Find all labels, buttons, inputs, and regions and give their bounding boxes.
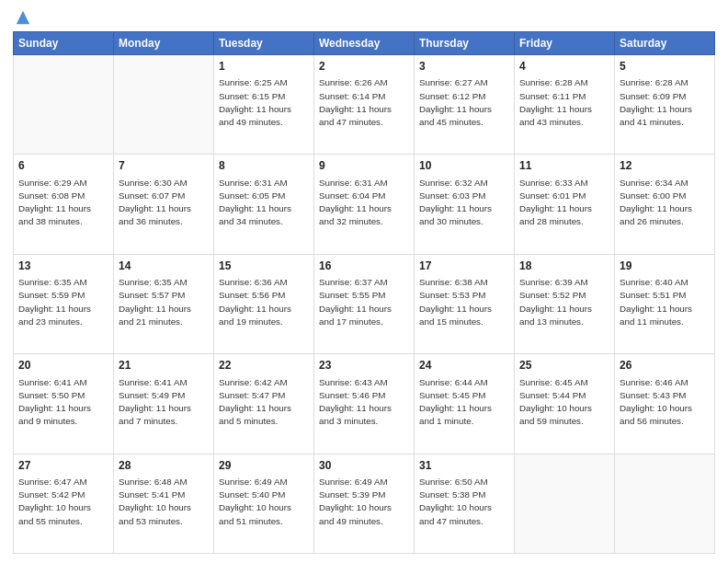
calendar-cell xyxy=(615,454,715,553)
day-number: 13 xyxy=(18,259,108,274)
calendar-cell: 16Sunrise: 6:37 AM Sunset: 5:55 PM Dayli… xyxy=(314,254,415,353)
day-info: Sunrise: 6:40 AM Sunset: 5:51 PM Dayligh… xyxy=(620,276,710,328)
day-info: Sunrise: 6:49 AM Sunset: 5:40 PM Dayligh… xyxy=(219,476,309,528)
calendar-week-2: 6Sunrise: 6:29 AM Sunset: 6:08 PM Daylig… xyxy=(14,155,715,254)
header-row: Sunday Monday Tuesday Wednesday Thursday… xyxy=(14,32,715,55)
calendar-cell: 5Sunrise: 6:28 AM Sunset: 6:09 PM Daylig… xyxy=(615,55,715,155)
day-number: 10 xyxy=(419,158,509,174)
calendar-cell: 21Sunrise: 6:41 AM Sunset: 5:49 PM Dayli… xyxy=(114,354,214,454)
day-info: Sunrise: 6:31 AM Sunset: 6:04 PM Dayligh… xyxy=(319,177,409,229)
calendar-cell: 27Sunrise: 6:47 AM Sunset: 5:42 PM Dayli… xyxy=(14,454,114,553)
day-number: 19 xyxy=(620,259,710,274)
col-wednesday: Wednesday xyxy=(314,32,415,55)
calendar-cell: 9Sunrise: 6:31 AM Sunset: 6:04 PM Daylig… xyxy=(314,155,415,254)
col-monday: Monday xyxy=(114,32,214,55)
calendar-cell: 14Sunrise: 6:35 AM Sunset: 5:57 PM Dayli… xyxy=(114,254,214,353)
day-number: 17 xyxy=(419,259,509,274)
calendar-cell: 24Sunrise: 6:44 AM Sunset: 5:45 PM Dayli… xyxy=(415,354,515,454)
day-info: Sunrise: 6:29 AM Sunset: 6:08 PM Dayligh… xyxy=(18,177,108,229)
day-info: Sunrise: 6:36 AM Sunset: 5:56 PM Dayligh… xyxy=(219,276,309,328)
day-number: 2 xyxy=(319,59,409,75)
calendar-cell: 18Sunrise: 6:39 AM Sunset: 5:52 PM Dayli… xyxy=(515,254,615,353)
calendar-cell: 7Sunrise: 6:30 AM Sunset: 6:07 PM Daylig… xyxy=(114,155,214,254)
calendar-cell: 30Sunrise: 6:49 AM Sunset: 5:39 PM Dayli… xyxy=(314,454,415,553)
calendar-week-3: 13Sunrise: 6:35 AM Sunset: 5:59 PM Dayli… xyxy=(14,254,715,353)
day-number: 25 xyxy=(519,358,609,373)
calendar-week-1: 1Sunrise: 6:25 AM Sunset: 6:15 PM Daylig… xyxy=(14,55,715,155)
logo-text xyxy=(13,9,31,26)
day-info: Sunrise: 6:43 AM Sunset: 5:46 PM Dayligh… xyxy=(319,376,409,429)
page: Sunday Monday Tuesday Wednesday Thursday… xyxy=(0,0,728,563)
day-info: Sunrise: 6:49 AM Sunset: 5:39 PM Dayligh… xyxy=(319,476,409,528)
calendar-cell: 28Sunrise: 6:48 AM Sunset: 5:41 PM Dayli… xyxy=(114,454,214,553)
logo xyxy=(13,9,31,26)
calendar-cell: 20Sunrise: 6:41 AM Sunset: 5:50 PM Dayli… xyxy=(14,354,114,454)
calendar-cell: 4Sunrise: 6:28 AM Sunset: 6:11 PM Daylig… xyxy=(515,55,615,155)
calendar-cell: 22Sunrise: 6:42 AM Sunset: 5:47 PM Dayli… xyxy=(214,354,314,454)
day-number: 24 xyxy=(419,358,509,373)
calendar-cell: 12Sunrise: 6:34 AM Sunset: 6:00 PM Dayli… xyxy=(615,155,715,254)
col-friday: Friday xyxy=(515,32,615,55)
day-info: Sunrise: 6:30 AM Sunset: 6:07 PM Dayligh… xyxy=(119,177,209,229)
day-number: 15 xyxy=(219,259,309,274)
day-number: 29 xyxy=(219,458,309,474)
day-info: Sunrise: 6:50 AM Sunset: 5:38 PM Dayligh… xyxy=(419,476,509,528)
header xyxy=(13,9,715,26)
day-info: Sunrise: 6:42 AM Sunset: 5:47 PM Dayligh… xyxy=(219,376,309,429)
day-number: 16 xyxy=(319,259,409,274)
day-info: Sunrise: 6:38 AM Sunset: 5:53 PM Dayligh… xyxy=(419,276,509,328)
day-number: 7 xyxy=(119,158,209,174)
svg-marker-0 xyxy=(17,11,29,24)
calendar-cell: 15Sunrise: 6:36 AM Sunset: 5:56 PM Dayli… xyxy=(214,254,314,353)
day-info: Sunrise: 6:28 AM Sunset: 6:09 PM Dayligh… xyxy=(620,76,710,129)
calendar-cell xyxy=(515,454,615,553)
day-number: 8 xyxy=(219,158,309,174)
day-number: 31 xyxy=(419,458,509,474)
day-number: 12 xyxy=(620,158,710,174)
calendar-week-5: 27Sunrise: 6:47 AM Sunset: 5:42 PM Dayli… xyxy=(14,454,715,553)
day-number: 20 xyxy=(18,358,108,373)
day-number: 9 xyxy=(319,158,409,174)
day-info: Sunrise: 6:48 AM Sunset: 5:41 PM Dayligh… xyxy=(119,476,209,528)
calendar-table: Sunday Monday Tuesday Wednesday Thursday… xyxy=(13,31,715,554)
day-number: 23 xyxy=(319,358,409,373)
day-info: Sunrise: 6:31 AM Sunset: 6:05 PM Dayligh… xyxy=(219,177,309,229)
day-number: 30 xyxy=(319,458,409,474)
day-number: 21 xyxy=(119,358,209,373)
calendar-cell: 2Sunrise: 6:26 AM Sunset: 6:14 PM Daylig… xyxy=(314,55,415,155)
calendar-cell: 31Sunrise: 6:50 AM Sunset: 5:38 PM Dayli… xyxy=(415,454,515,553)
day-number: 14 xyxy=(119,259,209,274)
col-saturday: Saturday xyxy=(615,32,715,55)
calendar-header: Sunday Monday Tuesday Wednesday Thursday… xyxy=(14,32,715,55)
day-number: 28 xyxy=(119,458,209,474)
day-info: Sunrise: 6:27 AM Sunset: 6:12 PM Dayligh… xyxy=(419,76,509,129)
calendar-cell: 25Sunrise: 6:45 AM Sunset: 5:44 PM Dayli… xyxy=(515,354,615,454)
logo-icon xyxy=(15,9,31,26)
day-info: Sunrise: 6:47 AM Sunset: 5:42 PM Dayligh… xyxy=(18,476,108,528)
calendar-cell xyxy=(14,55,114,155)
col-sunday: Sunday xyxy=(14,32,114,55)
day-info: Sunrise: 6:37 AM Sunset: 5:55 PM Dayligh… xyxy=(319,276,409,328)
calendar-cell: 19Sunrise: 6:40 AM Sunset: 5:51 PM Dayli… xyxy=(615,254,715,353)
calendar-cell: 13Sunrise: 6:35 AM Sunset: 5:59 PM Dayli… xyxy=(14,254,114,353)
calendar-cell: 1Sunrise: 6:25 AM Sunset: 6:15 PM Daylig… xyxy=(214,55,314,155)
day-number: 18 xyxy=(519,259,609,274)
day-number: 4 xyxy=(519,59,609,75)
day-info: Sunrise: 6:46 AM Sunset: 5:43 PM Dayligh… xyxy=(620,376,710,429)
day-info: Sunrise: 6:28 AM Sunset: 6:11 PM Dayligh… xyxy=(519,76,609,129)
day-number: 11 xyxy=(519,158,609,174)
calendar-cell: 8Sunrise: 6:31 AM Sunset: 6:05 PM Daylig… xyxy=(214,155,314,254)
day-number: 22 xyxy=(219,358,309,373)
day-info: Sunrise: 6:34 AM Sunset: 6:00 PM Dayligh… xyxy=(620,177,710,229)
calendar-body: 1Sunrise: 6:25 AM Sunset: 6:15 PM Daylig… xyxy=(14,55,715,554)
day-info: Sunrise: 6:45 AM Sunset: 5:44 PM Dayligh… xyxy=(519,376,609,429)
day-number: 26 xyxy=(620,358,710,373)
day-info: Sunrise: 6:41 AM Sunset: 5:50 PM Dayligh… xyxy=(18,376,108,429)
calendar-cell: 11Sunrise: 6:33 AM Sunset: 6:01 PM Dayli… xyxy=(515,155,615,254)
day-number: 6 xyxy=(18,158,108,174)
calendar-cell: 23Sunrise: 6:43 AM Sunset: 5:46 PM Dayli… xyxy=(314,354,415,454)
calendar-cell: 3Sunrise: 6:27 AM Sunset: 6:12 PM Daylig… xyxy=(415,55,515,155)
day-info: Sunrise: 6:44 AM Sunset: 5:45 PM Dayligh… xyxy=(419,376,509,429)
day-info: Sunrise: 6:35 AM Sunset: 5:57 PM Dayligh… xyxy=(119,276,209,328)
day-info: Sunrise: 6:41 AM Sunset: 5:49 PM Dayligh… xyxy=(119,376,209,429)
